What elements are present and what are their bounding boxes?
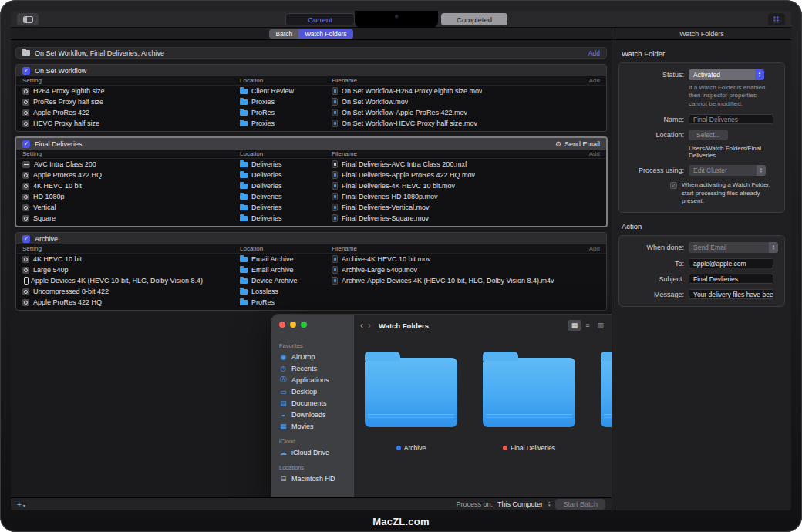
- filename-cell: Final Deliveries-HD 1080p.mov: [332, 193, 606, 200]
- sidebar-item-recents[interactable]: ◷Recents: [271, 362, 354, 374]
- name-field[interactable]: Final Deliveries: [689, 114, 773, 124]
- location-cell: Deliveries: [240, 182, 332, 190]
- close-button[interactable]: [279, 322, 285, 328]
- table-row[interactable]: HD 1080pDeliveriesFinal Deliveries-HD 10…: [16, 191, 606, 202]
- finder-sidebar-list: Favorites◉AirDrop◷RecentsⒶApplications▭D…: [271, 342, 354, 484]
- table-row[interactable]: H264 Proxy eighth sizeClient ReviewOn Se…: [16, 86, 606, 96]
- checkbox-checked[interactable]: [22, 140, 30, 148]
- folder-icon: [240, 289, 248, 295]
- process-on-value[interactable]: This Computer: [497, 500, 543, 508]
- file-icon: [332, 171, 338, 179]
- stepper-icon[interactable]: ▲▼: [548, 501, 551, 507]
- applications-icon: Ⓐ: [279, 375, 288, 385]
- table-row[interactable]: Apple ProRes 422ProResOn Set Workflow-Ap…: [16, 107, 606, 118]
- active-tasks-button[interactable]: [768, 13, 785, 25]
- sidebar-item-downloads[interactable]: ◒Downloads: [271, 409, 354, 420]
- when-done-dropdown[interactable]: Send Email ▲▼: [689, 242, 778, 253]
- col-filename: Filename: [332, 150, 606, 157]
- col-setting: Setting: [22, 245, 240, 252]
- table-row[interactable]: Apple Devices 4K (HEVC 10-bit, HLG, Dolb…: [16, 275, 606, 286]
- add-batch-button[interactable]: + ▾: [17, 500, 25, 509]
- table-row[interactable]: VerticalDeliveriesFinal Deliveries-Verti…: [16, 202, 606, 213]
- tab-completed[interactable]: Completed: [441, 13, 507, 25]
- back-icon[interactable]: ‹: [360, 320, 363, 331]
- table-row[interactable]: Apple ProRes 422 HQProRes: [16, 297, 606, 308]
- table-row[interactable]: Apple ProRes 422 HQDeliveriesFinal Deliv…: [16, 170, 606, 180]
- checkbox-checked[interactable]: [22, 67, 30, 75]
- setting-cell: ProRes Proxy half size: [22, 98, 240, 106]
- location-cell: Proxies: [240, 98, 332, 106]
- location-cell: Device Archive: [240, 277, 332, 285]
- tab-watch-folders[interactable]: Watch Folders: [298, 29, 352, 39]
- sidebar-item-airdrop[interactable]: ◉AirDrop: [271, 351, 354, 362]
- status-dropdown[interactable]: Activated ▲▼: [689, 69, 764, 80]
- table-row[interactable]: ProRes Proxy half sizeProxiesOn Set Work…: [16, 96, 606, 107]
- sidebar-item-desktop[interactable]: ▭Desktop: [271, 386, 354, 397]
- setting-icon: [22, 204, 29, 211]
- icloud-icon: ☁: [279, 449, 288, 456]
- file-icon: [332, 193, 338, 200]
- filename-cell: Final Deliveries-Apple ProRes 422 HQ.mov: [332, 171, 606, 179]
- setting-label: HD 1080p: [33, 193, 65, 200]
- airdrop-icon: ◉: [279, 353, 288, 361]
- section-header[interactable]: Final Deliveries ⚙ Send Email: [16, 138, 606, 150]
- gallery-view-icon[interactable]: [608, 320, 612, 331]
- select-location-button[interactable]: Select...: [689, 130, 728, 140]
- minimize-button[interactable]: [290, 322, 296, 328]
- activate-checkbox[interactable]: [670, 182, 677, 189]
- section-header[interactable]: On Set Workflow: [16, 65, 606, 76]
- table-row[interactable]: Large 540pEmail ArchiveArchive-Large 540…: [16, 264, 606, 275]
- subject-field[interactable]: Final Devlieries: [689, 274, 773, 284]
- table-row[interactable]: 4K HEVC 10 bitDeliveriesFinal Deliveries…: [16, 180, 606, 191]
- add-link[interactable]: Add: [588, 49, 600, 57]
- location-label: Device Archive: [251, 277, 298, 285]
- list-view-icon[interactable]: [581, 320, 593, 331]
- location-cell: Deliveries: [240, 171, 332, 179]
- tab-current[interactable]: Current: [285, 13, 355, 25]
- col-add[interactable]: Add: [589, 77, 600, 84]
- location-label: Email Archive: [251, 255, 294, 263]
- to-field[interactable]: apple@apple.com: [689, 258, 773, 268]
- table-row[interactable]: 4K HEVC 10 bitEmail ArchiveArchive-4K HE…: [16, 254, 606, 264]
- process-using-dropdown[interactable]: Edit Cluster ▲▼: [689, 165, 766, 176]
- sidebar-toggle-button[interactable]: [17, 13, 39, 25]
- table-row[interactable]: HEVC Proxy half sizeProxiesOn Set Workfl…: [16, 118, 606, 129]
- table-row[interactable]: Uncompressed 8-bit 422Lossless: [16, 286, 606, 297]
- folder-item[interactable]: On Set Workflow: [601, 347, 612, 452]
- subject-label: Subject:: [619, 275, 684, 283]
- col-add[interactable]: Add: [589, 245, 600, 252]
- folder-item[interactable]: Archive: [365, 347, 457, 452]
- sidebar-item-icloud-drive[interactable]: ☁iCloud Drive: [271, 446, 354, 458]
- folder-icon: [240, 278, 248, 284]
- folder-icon: [240, 89, 248, 94]
- sidebar-item-documents[interactable]: ▤Documents: [271, 397, 354, 409]
- section-on-set-workflow: On Set Workflow Setting Location Filenam…: [15, 64, 607, 132]
- zoom-button[interactable]: [301, 322, 307, 328]
- sidebar-icon: [23, 16, 33, 23]
- col-add[interactable]: Add: [589, 150, 600, 157]
- section-header[interactable]: Archive: [16, 233, 606, 244]
- folder-item[interactable]: Final Deliveries: [483, 347, 575, 452]
- section-title: Archive: [35, 235, 58, 243]
- to-label: To:: [619, 260, 684, 268]
- forward-icon[interactable]: ›: [368, 320, 371, 331]
- table-row[interactable]: SquareDeliveriesFinal Deliveries-Square.…: [16, 213, 606, 224]
- location-cell: Deliveries: [240, 160, 332, 168]
- sidebar-item-applications[interactable]: ⒶApplications: [271, 374, 354, 386]
- filename-cell: On Set Workflow.mov: [332, 98, 606, 106]
- file-icon: [332, 277, 338, 285]
- location-label: Deliveries: [251, 182, 282, 190]
- sidebar-item-macintosh-hd[interactable]: ⊟Macintosh HD: [271, 473, 354, 484]
- column-view-icon[interactable]: [593, 320, 608, 331]
- sidebar-item-movies[interactable]: ▦Movies: [271, 420, 354, 432]
- watch-folder-group-header[interactable]: On Set Workflow, Final Deliveries, Archi…: [15, 47, 607, 59]
- tab-batch[interactable]: Batch: [269, 29, 298, 39]
- setting-icon: [22, 299, 29, 306]
- start-batch-button[interactable]: Start Batch: [555, 499, 605, 510]
- message-field[interactable]: Your delivery files have been created: [689, 289, 773, 299]
- finder-window[interactable]: Favorites◉AirDrop◷RecentsⒶApplications▭D…: [271, 315, 612, 497]
- checkbox-checked[interactable]: [22, 235, 30, 243]
- icon-view-icon[interactable]: [568, 320, 582, 331]
- table-row[interactable]: AVC Intra Class 200DeliveriesFinal Deliv…: [16, 159, 606, 170]
- location-cell: ProRes: [240, 298, 332, 306]
